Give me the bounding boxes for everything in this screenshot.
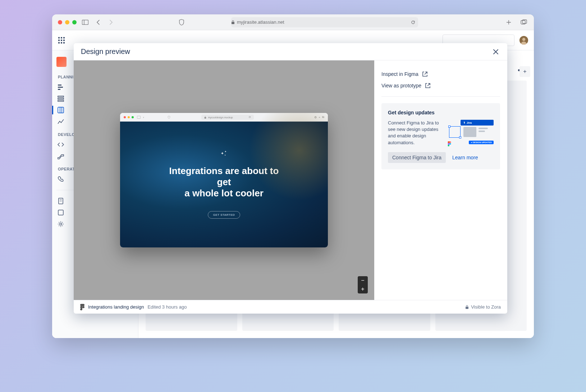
svg-point-30 (60, 223, 62, 225)
window-traffic-lights[interactable] (58, 20, 77, 24)
app-switcher-icon[interactable] (57, 36, 66, 45)
svg-point-33 (449, 143, 451, 145)
sidebar-toggle-icon[interactable] (81, 18, 90, 27)
modal-footer: Integrations landing design Edited 3 hou… (74, 300, 507, 314)
close-icon[interactable] (491, 47, 500, 56)
svg-rect-29 (58, 210, 63, 215)
project-avatar[interactable] (56, 57, 67, 67)
design-preview-modal: Design preview ‹ myc (74, 43, 507, 314)
hero-cta-button: GET STARTED (208, 211, 241, 219)
url-bar[interactable]: myjirasite.atlassian.net (231, 17, 418, 27)
svg-point-15 (522, 38, 526, 41)
close-window-dot[interactable] (58, 20, 62, 24)
svg-rect-21 (58, 98, 64, 99)
figma-icon (80, 304, 84, 310)
url-text: myjirasite.atlassian.net (237, 19, 284, 25)
connect-figma-button[interactable]: Connect Figma to Jira (388, 152, 446, 163)
promo-description: Connect Figma to Jira to see new design … (388, 120, 442, 146)
svg-rect-18 (58, 87, 63, 88)
browser-toolbar: myjirasite.atlassian.net (52, 14, 534, 30)
svg-rect-23 (58, 107, 64, 113)
inspect-in-figma-link[interactable]: Inspect in Figma (381, 68, 500, 80)
external-link-icon (425, 83, 431, 88)
figma-icon (447, 141, 452, 146)
nav-back-icon[interactable] (94, 18, 102, 27)
hero-line2: a whole lot cooler (184, 188, 264, 199)
zoom-out-button[interactable]: − (358, 276, 368, 285)
svg-rect-17 (58, 85, 61, 86)
tabs-overview-icon[interactable] (519, 18, 528, 27)
svg-rect-7 (63, 37, 65, 38)
svg-rect-9 (61, 40, 62, 41)
visibility-dropdown[interactable]: Visible to Zora (465, 304, 501, 310)
svg-rect-13 (63, 42, 65, 44)
svg-rect-12 (61, 42, 62, 44)
svg-point-34 (82, 306, 84, 308)
shield-icon[interactable] (177, 18, 186, 27)
external-link-icon (422, 71, 428, 77)
reload-icon[interactable] (411, 20, 415, 24)
modal-right-panel: Inspect in Figma View as prototype Get d… (374, 60, 507, 300)
promo-illustration: Jira ● DESIGN UPDATED (447, 120, 494, 146)
svg-rect-11 (58, 42, 60, 44)
lock-icon (465, 305, 469, 309)
svg-rect-8 (58, 40, 60, 41)
connect-figma-promo: Get design updates Connect Figma to Jira… (381, 103, 500, 169)
hero-line1: Integrations are about to get (169, 165, 279, 187)
svg-rect-20 (58, 96, 64, 97)
svg-rect-22 (58, 100, 64, 101)
zoom-controls: − + (358, 276, 368, 293)
modal-title: Design preview (81, 47, 130, 56)
edited-timestamp: Edited 3 hours ago (147, 304, 187, 310)
new-tab-icon[interactable] (504, 18, 513, 27)
nav-forward-icon[interactable] (107, 18, 115, 27)
view-as-prototype-link[interactable]: View as prototype (381, 80, 500, 91)
design-file-name: Integrations landing design (88, 304, 144, 310)
inner-url-bar: mycooldesign.mockup ⟳ (201, 115, 253, 120)
svg-rect-10 (63, 40, 65, 41)
design-canvas[interactable]: ‹ mycooldesign.mockup ⟳ ⚙ + ⧉ (74, 60, 374, 300)
maximize-window-dot[interactable] (72, 20, 77, 24)
zoom-in-button[interactable]: + (358, 285, 368, 293)
svg-rect-31 (137, 116, 140, 118)
promo-title: Get design updates (388, 110, 494, 115)
design-frame: ‹ mycooldesign.mockup ⟳ ⚙ + ⧉ (120, 113, 328, 247)
svg-rect-5 (58, 37, 60, 38)
svg-rect-35 (466, 307, 468, 309)
svg-rect-0 (82, 20, 88, 24)
learn-more-link[interactable]: Learn more (452, 155, 478, 160)
add-column-button[interactable]: + (519, 66, 530, 77)
svg-rect-32 (205, 117, 206, 118)
lock-icon (231, 20, 235, 24)
svg-rect-2 (232, 22, 234, 24)
user-avatar[interactable] (519, 35, 529, 45)
svg-rect-6 (61, 37, 62, 38)
svg-rect-19 (58, 89, 60, 90)
minimize-window-dot[interactable] (65, 20, 69, 24)
hero-section: Integrations are about to get a whole lo… (120, 122, 328, 247)
sparkle-icon (220, 150, 228, 158)
